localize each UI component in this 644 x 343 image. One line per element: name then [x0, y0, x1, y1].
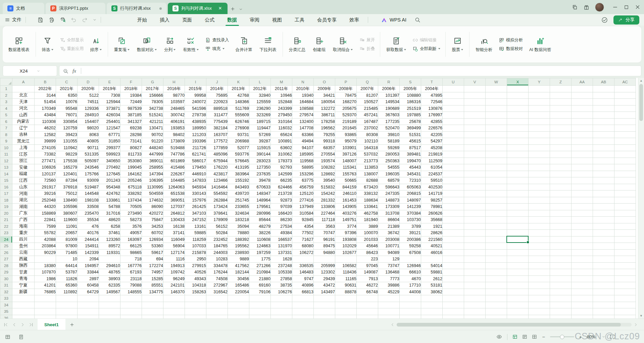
cell-AC15[interactable]: [614, 177, 636, 184]
cell-A3[interactable]: 天津: [12, 99, 35, 105]
cell-B25[interactable]: 203864: [35, 243, 56, 250]
cell-T8[interactable]: 42205: [421, 131, 443, 138]
cell-T28[interactable]: 54014: [421, 262, 443, 269]
cell-Q30[interactable]: 7913: [357, 275, 378, 282]
cell-R24[interactable]: 203008: [378, 236, 400, 243]
cell-T7[interactable]: 226576: [421, 125, 443, 132]
cell-F32[interactable]: 148555: [120, 289, 142, 295]
cell-W23[interactable]: [486, 230, 507, 237]
cell-N25[interactable]: 68080: [292, 243, 314, 250]
cell-AB15[interactable]: [593, 177, 614, 184]
cell-F30[interactable]: 23118: [120, 275, 142, 282]
cell-H34[interactable]: [163, 302, 185, 308]
cell-Q27[interactable]: 223: [357, 256, 378, 263]
cell-U34[interactable]: [443, 302, 464, 308]
cell-P19[interactable]: 143905: [335, 204, 357, 210]
cell-M8[interactable]: 65624: [271, 131, 292, 138]
cell-N14[interactable]: 153296: [292, 171, 314, 177]
cell-AC29[interactable]: [614, 269, 636, 276]
cell-G31[interactable]: 85551: [142, 282, 163, 289]
cell-E4[interactable]: 373871: [99, 105, 120, 112]
cell-L1[interactable]: 2012年: [249, 86, 271, 92]
cell-V36[interactable]: [464, 315, 486, 318]
cell-O21[interactable]: 117118: [314, 217, 335, 223]
cell-Q28[interactable]: 97045: [357, 262, 378, 269]
cell-T3[interactable]: 72546: [421, 99, 443, 105]
cell-C24[interactable]: 81009: [56, 236, 78, 243]
cell-T9[interactable]: 54297: [421, 138, 443, 145]
cell-I34[interactable]: [185, 302, 206, 308]
cell-AA4[interactable]: [572, 105, 593, 112]
cell-R23[interactable]: 36742: [378, 230, 400, 237]
row-header-34[interactable]: 34: [0, 302, 12, 308]
cell-A17[interactable]: 河南: [12, 190, 35, 197]
cell-O19[interactable]: 133806: [314, 204, 335, 210]
zoom-caret-icon[interactable]: [602, 335, 605, 339]
cell-A30[interactable]: 青海: [12, 275, 35, 282]
cell-E3[interactable]: 125944: [99, 99, 120, 105]
cell-H32[interactable]: 146370: [163, 289, 185, 295]
cell-I22[interactable]: 13161: [185, 223, 206, 230]
cell-R16[interactable]: 596643: [378, 184, 400, 190]
cell-P25[interactable]: 102029: [335, 243, 357, 250]
cell-R10[interactable]: 59269: [378, 144, 400, 151]
cell-Y21[interactable]: [529, 217, 550, 223]
cell-C28[interactable]: 64414: [56, 262, 78, 269]
cell-F7[interactable]: 69238: [120, 125, 142, 132]
row-header-17[interactable]: 17: [0, 190, 12, 197]
cell-AC24[interactable]: [614, 236, 636, 243]
cell-F33[interactable]: [120, 295, 142, 302]
cell-J10[interactable]: 177859: [206, 144, 228, 151]
cell-D19[interactable]: 33508: [78, 204, 99, 210]
cell-J4[interactable]: 889518: [206, 105, 228, 112]
cell-S28[interactable]: 126946: [400, 262, 421, 269]
cell-AA17[interactable]: [572, 190, 593, 197]
cell-Z22[interactable]: [550, 223, 572, 230]
cell-F26[interactable]: 98665: [120, 249, 142, 256]
cell-H4[interactable]: 248465: [163, 105, 185, 112]
cell-T22[interactable]: 1921: [421, 223, 443, 230]
menu-tab-插入[interactable]: 插入: [160, 17, 169, 23]
collapse-button[interactable]: 折叠: [359, 46, 375, 52]
cell-R30[interactable]: 7773: [378, 275, 400, 282]
cell-Q7[interactable]: 237002: [357, 125, 378, 132]
row-header-1[interactable]: 1: [0, 86, 12, 92]
cell-AB7[interactable]: [593, 125, 614, 132]
cell-H35[interactable]: [163, 308, 185, 315]
cell-S32[interactable]: 44008: [400, 289, 421, 295]
cell-E22[interactable]: 6258: [99, 223, 120, 230]
cell-AB14[interactable]: [593, 171, 614, 177]
cell-V35[interactable]: [464, 308, 486, 315]
cell-L6[interactable]: 189715: [249, 118, 271, 125]
cell-AB5[interactable]: [593, 112, 614, 119]
cell-V16[interactable]: [464, 184, 486, 190]
cell-Z7[interactable]: [550, 125, 572, 132]
cell-W35[interactable]: [486, 308, 507, 315]
cell-G10[interactable]: 448240: [142, 144, 163, 151]
cell-S18[interactable]: 148097: [400, 197, 421, 204]
cell-Z11[interactable]: [550, 151, 572, 158]
cell-AB21[interactable]: [593, 217, 614, 223]
cell-M16[interactable]: 624466: [271, 184, 292, 190]
smart-button[interactable]: 智能分析: [472, 29, 496, 60]
cell-G9[interactable]: 91220: [142, 138, 163, 145]
subtotal-button[interactable]: 分类汇总: [285, 29, 309, 60]
cell-J7[interactable]: 382184: [206, 125, 228, 132]
cell-C23[interactable]: 20657: [56, 230, 78, 237]
cell-P7[interactable]: 201645: [335, 125, 357, 132]
zoom-select-icon[interactable]: [63, 68, 68, 74]
cell-V31[interactable]: [464, 282, 486, 289]
cell-AB24[interactable]: [593, 236, 614, 243]
cell-Y28[interactable]: [529, 262, 550, 269]
cell-A10[interactable]: 上海: [12, 144, 35, 151]
cell-O11[interactable]: 270554: [314, 151, 335, 158]
cell-W33[interactable]: [486, 295, 507, 302]
cell-Q22[interactable]: 3889: [357, 223, 378, 230]
cell-B3[interactable]: 51454: [35, 99, 56, 105]
cell-W6[interactable]: [486, 118, 507, 125]
cell-T15[interactable]: 59510: [421, 177, 443, 184]
cell-E31[interactable]: 62335: [99, 282, 120, 289]
cell-X1[interactable]: [507, 86, 529, 92]
cell-AB6[interactable]: [593, 118, 614, 125]
column-header-E[interactable]: E: [99, 78, 120, 86]
